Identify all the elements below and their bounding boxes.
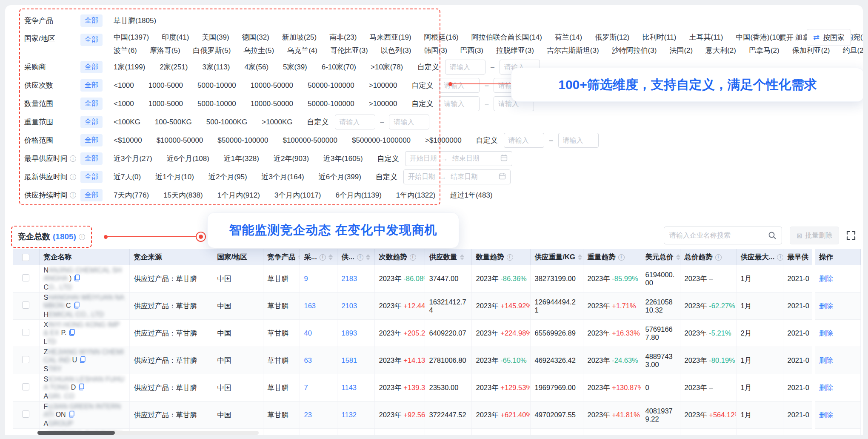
filter-option[interactable]: 德国(32) (242, 32, 269, 42)
filter-option[interactable]: 1个月内(912) (217, 190, 260, 200)
filter-option[interactable]: 6-10家(70) (322, 62, 356, 72)
filter-option[interactable]: 阿根廷(16) (424, 32, 459, 42)
filter-all-tag-product[interactable]: 全部 (80, 14, 103, 27)
sort-icon[interactable] (460, 254, 464, 260)
info-icon[interactable]: i (70, 174, 76, 180)
filter-custom-label[interactable]: 自定义 (476, 135, 498, 145)
column-header-product[interactable]: 竞争产品 (263, 249, 300, 265)
filter-option[interactable]: 中国(1397) (114, 32, 149, 42)
company-search-input[interactable] (669, 232, 768, 239)
filter-option[interactable]: 马来西亚(19) (369, 32, 411, 42)
filter-option[interactable]: 近2年(903) (274, 154, 309, 164)
filter-range-min-input[interactable] (439, 96, 480, 111)
sort-icon[interactable] (366, 254, 370, 260)
row-checkbox[interactable] (22, 356, 29, 363)
buyers-count-link[interactable]: 163 (304, 302, 316, 310)
filter-option[interactable]: $50000-100000 (217, 136, 268, 145)
info-icon[interactable]: i (777, 254, 783, 261)
sort-icon[interactable] (298, 254, 300, 260)
info-icon[interactable]: i (70, 192, 76, 198)
copy-icon[interactable] (68, 410, 75, 419)
filter-option[interactable]: 10000-50000 (251, 100, 293, 108)
select-all-checkbox[interactable] (22, 254, 29, 261)
filter-option[interactable]: 5000-10000 (197, 81, 236, 90)
filter-option[interactable]: 7天内(776) (114, 190, 149, 200)
supply-count-link[interactable]: 2183 (342, 275, 357, 282)
filter-option[interactable]: 以色列(3) (381, 46, 411, 55)
filter-option[interactable]: 1家(1199) (114, 62, 145, 72)
filter-option[interactable]: 韩国(3) (424, 46, 447, 55)
supply-count-link[interactable]: 1132 (342, 411, 357, 419)
filter-option[interactable]: 50000-100000 (308, 81, 354, 90)
buyers-count-link[interactable]: 7 (304, 384, 308, 391)
filter-option[interactable]: 3个月内(1017) (274, 190, 321, 200)
copy-icon[interactable] (68, 329, 75, 338)
filter-option[interactable]: <1000 (114, 81, 134, 90)
filter-option[interactable]: 中国(香港)(10) (736, 32, 782, 42)
buyers-count-link[interactable]: 63 (304, 356, 312, 364)
row-checkbox[interactable] (22, 410, 29, 418)
copy-icon[interactable] (73, 274, 80, 283)
filter-all-tag-quantity[interactable]: 全部 (80, 98, 103, 110)
info-icon[interactable]: i (70, 155, 76, 162)
filter-custom-label[interactable]: 自定义 (376, 172, 397, 182)
copy-icon[interactable] (79, 356, 86, 365)
filter-option[interactable]: 4家(56) (244, 62, 268, 72)
filter-option[interactable]: 近3个月(164) (262, 172, 304, 182)
filter-option[interactable]: 吉尔吉斯斯坦(3) (547, 46, 599, 55)
date-range-picker[interactable]: 开始日期→结束日期 (403, 169, 511, 184)
column-header-supplies[interactable]: 供...i (337, 249, 374, 265)
horizontal-scrollbar-thumb[interactable] (37, 431, 115, 435)
supply-count-link[interactable]: 1143 (342, 384, 357, 391)
filter-option[interactable]: 巴西(3) (460, 46, 483, 55)
filter-option[interactable]: $500000-1000000 (352, 136, 411, 145)
filter-option[interactable]: >$1000000 (425, 136, 462, 145)
filter-option[interactable]: 近6个月(399) (319, 172, 361, 182)
filter-option[interactable]: 100-500KG (155, 118, 192, 126)
filter-option[interactable]: 沙特阿拉伯(3) (612, 46, 657, 55)
filter-option[interactable]: $10000-50000 (157, 136, 203, 145)
filter-all-tag-country[interactable]: 全部 (80, 34, 103, 46)
filter-option[interactable]: 乌拉圭(5) (243, 46, 274, 55)
info-icon[interactable]: i (410, 254, 416, 261)
by-country-button[interactable]: ⇄ 按国家 (807, 29, 851, 46)
filter-custom-label[interactable]: 自定义 (377, 154, 399, 164)
copy-icon[interactable] (73, 301, 80, 310)
filter-option[interactable]: 5家(39) (283, 62, 307, 72)
supply-count-link[interactable]: 1893 (342, 329, 357, 337)
filter-option[interactable]: 1000-5000 (148, 100, 183, 108)
filter-range-min-input[interactable] (445, 60, 485, 75)
info-icon[interactable]: i (357, 254, 363, 261)
filter-option[interactable]: 南非(23) (329, 32, 357, 42)
filter-option[interactable]: <$10000 (114, 136, 142, 145)
filter-option[interactable]: 近3个月(27) (114, 154, 152, 164)
filter-all-tag-weight[interactable]: 全部 (80, 116, 103, 128)
batch-delete-button[interactable]: ⊠ 批量删除 (790, 227, 839, 244)
filter-option[interactable]: 近1年(328) (224, 154, 259, 164)
filter-option[interactable]: 波兰(6) (114, 46, 137, 55)
filter-option[interactable]: 超过1年(483) (450, 190, 492, 200)
filter-option[interactable]: <100KG (114, 118, 140, 126)
sort-icon[interactable] (676, 254, 680, 260)
filter-option[interactable]: 荷兰(14) (555, 32, 582, 42)
filter-option[interactable]: >100000 (369, 81, 397, 90)
filter-option[interactable]: 约旦(2) (843, 46, 863, 55)
filter-option[interactable]: 6个月内(1139) (336, 190, 382, 200)
delete-link[interactable]: 删除 (819, 329, 833, 337)
buyers-count-link[interactable]: 23 (304, 411, 312, 419)
filter-option[interactable]: 意大利(2) (705, 46, 736, 55)
delete-link[interactable]: 删除 (819, 275, 833, 282)
filter-option[interactable]: 土耳其(11) (689, 32, 723, 42)
info-icon[interactable]: i (79, 234, 85, 240)
filter-option[interactable]: 保加利亚(2) (792, 46, 830, 55)
filter-option[interactable]: 3家(113) (202, 62, 230, 72)
fullscreen-icon[interactable] (846, 230, 856, 241)
filter-option[interactable]: >10家(78) (371, 62, 403, 72)
filter-all-tag-supply-count[interactable]: 全部 (80, 79, 103, 92)
filter-option[interactable]: 近3年(1605) (323, 154, 363, 164)
filter-option[interactable]: 哥伦比亚(3) (330, 46, 368, 55)
filter-option[interactable]: 10000-50000 (251, 81, 293, 90)
filter-option[interactable]: 近6个月(108) (167, 154, 209, 164)
column-header-qty[interactable]: 供应数量 (425, 249, 471, 265)
filter-option[interactable]: 印度(41) (162, 32, 189, 42)
